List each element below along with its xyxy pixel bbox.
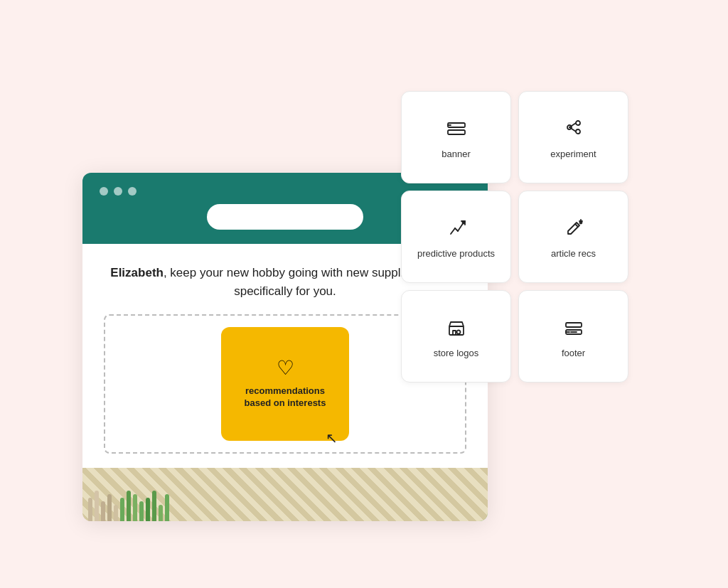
feature-card-store-logos[interactable]: store logos — [401, 290, 511, 383]
experiment-icon — [561, 116, 587, 141]
user-name: Elizabeth — [110, 266, 164, 279]
browser-dot-1 — [100, 187, 108, 196]
predictive-products-icon — [444, 215, 469, 241]
browser-dot-2 — [114, 187, 122, 196]
feature-card-experiment[interactable]: experiment — [518, 91, 628, 183]
supply-item — [127, 491, 131, 521]
supply-item — [146, 498, 150, 521]
supply-lines — [82, 468, 488, 521]
article-recs-label: article recs — [551, 248, 596, 259]
banner-label: banner — [441, 149, 470, 159]
banner-icon — [444, 116, 469, 141]
article-recs-icon — [561, 215, 587, 241]
supply-item — [159, 505, 163, 521]
cursor-icon: ↖ — [326, 429, 338, 447]
browser-image-strip — [82, 468, 488, 521]
store-logos-icon — [444, 315, 469, 341]
recommendation-text: recommendations based on interests — [232, 385, 338, 410]
footer-icon — [561, 315, 587, 341]
browser-dot-3 — [128, 187, 136, 196]
supply-item — [88, 498, 92, 521]
supply-item — [114, 505, 118, 521]
feature-card-footer[interactable]: footer — [518, 290, 628, 383]
browser-search-bar[interactable] — [207, 204, 363, 230]
feature-card-predictive-products[interactable]: predictive products — [401, 191, 511, 283]
supply-item — [120, 498, 124, 521]
craft-supplies-image — [82, 468, 488, 521]
predictive-products-label: predictive products — [417, 248, 495, 259]
svg-rect-1 — [448, 130, 465, 134]
supply-item — [95, 491, 99, 521]
svg-point-11 — [462, 221, 464, 223]
svg-line-8 — [451, 228, 455, 234]
experiment-label: experiment — [550, 149, 596, 159]
supply-item — [139, 501, 144, 521]
recommendation-card: ♡ recommendations based on interests ↖ — [221, 327, 349, 441]
store-logos-label: store logos — [434, 348, 479, 358]
supply-item — [165, 494, 169, 521]
supply-item — [101, 501, 105, 521]
supply-item — [133, 494, 137, 521]
svg-rect-17 — [566, 323, 582, 327]
svg-rect-15 — [449, 326, 464, 335]
feature-card-banner[interactable]: banner — [401, 91, 511, 183]
supply-item — [107, 494, 112, 521]
feature-cards-grid: banner experiment predictive products — [401, 91, 628, 383]
svg-point-3 — [576, 121, 580, 125]
footer-label: footer — [562, 348, 585, 358]
svg-point-16 — [456, 330, 460, 333]
supply-item — [152, 491, 156, 521]
feature-card-article-recs[interactable]: article recs — [518, 191, 628, 283]
heart-icon: ♡ — [277, 358, 294, 378]
svg-point-4 — [576, 129, 580, 134]
